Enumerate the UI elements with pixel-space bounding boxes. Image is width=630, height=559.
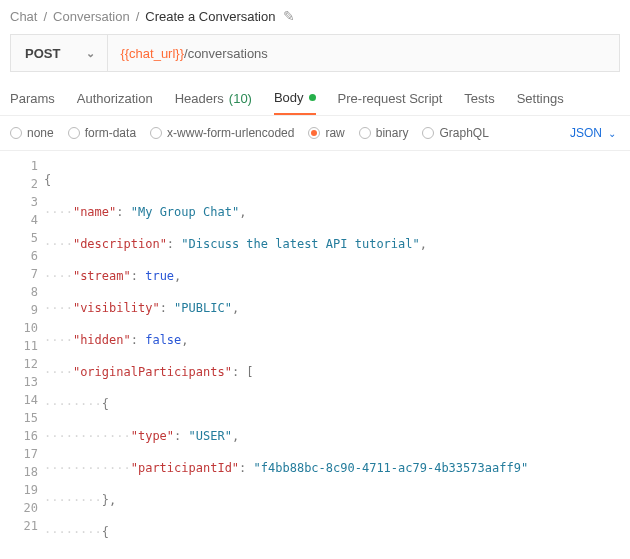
code-editor[interactable]: 123456789101112131415161718192021 { ····…: [0, 151, 630, 559]
url-suffix: /conversations: [184, 46, 268, 61]
format-dropdown[interactable]: JSON⌄: [570, 126, 620, 140]
url-input[interactable]: {{chat_url}}/conversations: [108, 46, 619, 61]
breadcrumb-sep: /: [43, 9, 47, 24]
radio-graphql[interactable]: GraphQL: [422, 126, 488, 140]
crumb-conversation[interactable]: Conversation: [53, 9, 130, 24]
method-dropdown[interactable]: POST ⌄: [11, 35, 108, 71]
tab-headers[interactable]: Headers (10): [175, 86, 252, 115]
tab-tests[interactable]: Tests: [464, 86, 494, 115]
crumb-chat[interactable]: Chat: [10, 9, 37, 24]
code-content[interactable]: { ····"name": "My Group Chat", ····"desc…: [44, 157, 630, 559]
body-type-row: none form-data x-www-form-urlencoded raw…: [0, 115, 630, 151]
chevron-down-icon: ⌄: [608, 128, 616, 139]
request-tabs: Params Authorization Headers (10) Body P…: [0, 86, 630, 115]
url-variable: {{chat_url}}: [120, 46, 184, 61]
method-label: POST: [25, 46, 60, 61]
radio-binary[interactable]: binary: [359, 126, 409, 140]
breadcrumb: Chat / Conversation / Create a Conversat…: [0, 0, 630, 34]
crumb-create[interactable]: Create a Conversation: [145, 9, 275, 24]
radio-raw[interactable]: raw: [308, 126, 344, 140]
body-indicator-icon: [309, 94, 316, 101]
chevron-down-icon: ⌄: [86, 47, 95, 60]
tab-settings[interactable]: Settings: [517, 86, 564, 115]
headers-count: (10): [229, 91, 252, 106]
tab-body[interactable]: Body: [274, 86, 316, 115]
line-gutter: 123456789101112131415161718192021: [0, 157, 44, 559]
url-bar: POST ⌄ {{chat_url}}/conversations: [10, 34, 620, 72]
edit-icon[interactable]: ✎: [283, 8, 295, 24]
tab-authorization[interactable]: Authorization: [77, 86, 153, 115]
tab-params[interactable]: Params: [10, 86, 55, 115]
tab-prerequest[interactable]: Pre-request Script: [338, 86, 443, 115]
radio-none[interactable]: none: [10, 126, 54, 140]
radio-urlencoded[interactable]: x-www-form-urlencoded: [150, 126, 294, 140]
radio-form-data[interactable]: form-data: [68, 126, 136, 140]
breadcrumb-sep: /: [136, 9, 140, 24]
